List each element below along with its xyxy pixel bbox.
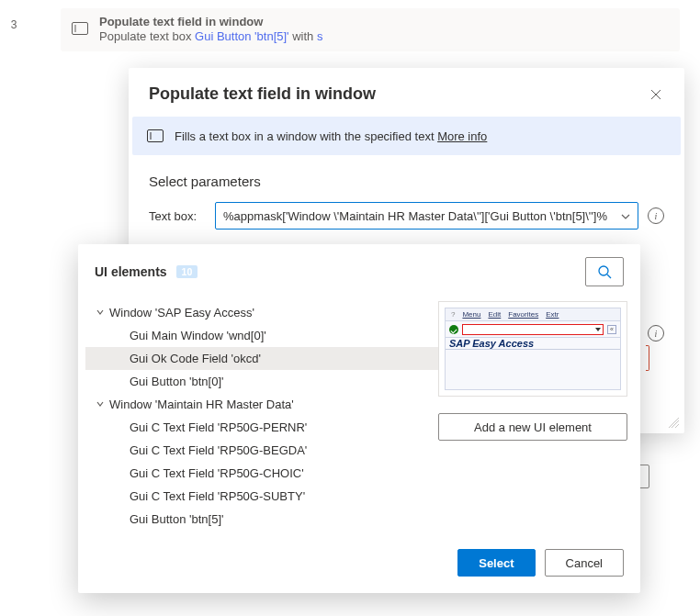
textbox-value: %appmask['Window \'Maintain HR Master Da… [223,209,621,223]
ui-elements-popover: UI elements 10 Window 'SAP Easy Access'G… [78,244,640,593]
textbox-dropdown[interactable]: %appmask['Window \'Maintain HR Master Da… [215,202,638,230]
dialog-title: Populate text field in window [149,84,376,104]
svg-line-5 [607,274,611,278]
svg-rect-0 [73,23,88,35]
search-button[interactable] [585,257,624,286]
add-ui-element-button[interactable]: Add a new UI element [438,413,627,441]
info-icon[interactable]: i [648,207,664,224]
tree-item[interactable]: Gui Button 'btn[0]' [85,370,438,393]
svg-rect-2 [148,130,164,142]
banner-text: Fills a text box in a window with the sp… [175,129,437,143]
preview-thumbnail: ? Menu Edit Favorites Extr « SAP Easy Ac… [438,301,627,397]
more-info-link[interactable]: More info [437,129,487,143]
chevron-down-icon [91,399,109,410]
preview-menubar: ? Menu Edit Favorites Extr [446,308,620,321]
textbox-icon [147,128,164,144]
info-icon[interactable]: i [648,325,664,342]
cancel-button[interactable]: Cancel [545,549,624,577]
textbox-icon [72,20,88,37]
collapse-icon: « [607,325,616,334]
tree-item[interactable]: Gui C Text Field 'RP50G-PERNR' [85,416,438,439]
step-number: 3 [0,8,28,31]
param-label: Text box: [149,209,215,223]
tree-root[interactable]: Window 'Maintain HR Master Data' [85,393,438,416]
action-row: 3 Populate text field in window Populate… [0,8,680,51]
chevron-down-icon [91,308,109,319]
close-icon[interactable] [648,86,664,103]
tree-item[interactable]: Gui C Text Field 'RP50G-CHOIC' [85,462,438,485]
tree-item[interactable]: Gui C Text Field 'RP50G-SUBTY' [85,485,438,508]
svg-point-4 [599,266,608,275]
info-banner: Fills a text box in a window with the sp… [132,117,681,155]
action-subtitle: Populate text box Gui Button 'btn[5]' wi… [99,29,322,43]
action-sub-link: Gui Button 'btn[5]' [195,29,289,43]
error-edge [646,345,649,371]
tree-item[interactable]: Gui Button 'btn[5]' [85,508,438,531]
search-icon [597,264,612,279]
tree-root[interactable]: Window 'SAP Easy Access' [85,301,438,324]
section-title: Select parameters [129,155,684,196]
action-card[interactable]: Populate text field in window Populate t… [61,8,680,51]
action-title: Populate text field in window [99,15,322,28]
resize-handle[interactable] [668,417,679,428]
tree-item[interactable]: Gui C Text Field 'RP50G-BEGDA' [85,439,438,462]
tree-item[interactable]: Gui Main Window 'wnd[0]' [85,324,438,347]
check-icon [449,325,458,334]
tree-item[interactable]: Gui Ok Code Field 'okcd' [85,347,438,370]
ui-elements-tree: Window 'SAP Easy Access'Gui Main Window … [85,294,438,536]
count-badge: 10 [176,265,198,278]
popover-title: UI elements [95,264,167,279]
select-button[interactable]: Select [457,549,535,577]
preview-title: SAP Easy Access [446,338,620,350]
chevron-down-icon [621,210,630,221]
highlighted-field [462,324,604,335]
